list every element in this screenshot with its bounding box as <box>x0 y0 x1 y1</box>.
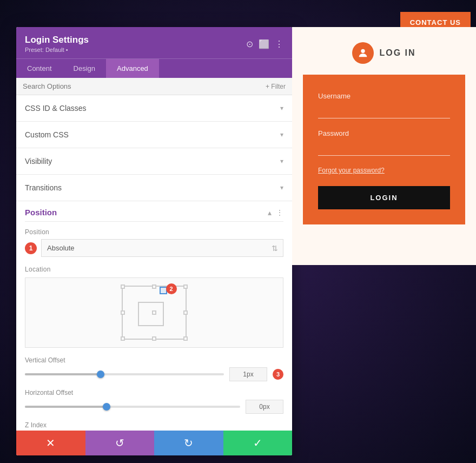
svg-point-0 <box>361 49 365 53</box>
search-bar: + Filter <box>16 78 292 95</box>
badge-3: 3 <box>273 369 283 380</box>
horizontal-offset-row: Horizontal Offset 0px <box>25 389 283 414</box>
badge-1: 1 <box>25 242 37 254</box>
password-label: Password <box>318 129 450 137</box>
login-button[interactable]: LOGIN <box>318 186 450 209</box>
panel-header: Login Settings Preset: Default • ⊙ ⬜ ⋮ <box>16 27 292 58</box>
panel-title: Login Settings <box>25 35 89 45</box>
expand-icon[interactable]: ⬜ <box>259 39 269 49</box>
accordion-visibility-label: Visibility <box>25 157 52 166</box>
slider-thumb <box>97 371 104 378</box>
username-input[interactable] <box>318 103 450 118</box>
grid-dot-bl <box>121 336 125 341</box>
confirm-button[interactable]: ✓ <box>223 431 293 455</box>
section-header-icons: ▴ ⋮ <box>268 208 283 217</box>
grid-dot-ml <box>121 310 125 315</box>
password-field: Password <box>318 129 450 156</box>
horizontal-offset-label: Horizontal Offset <box>25 389 283 396</box>
accordion-visibility: Visibility ▾ <box>16 148 292 175</box>
panel-preset: Preset: Default • <box>25 47 89 53</box>
grid-dot-mr <box>183 310 188 315</box>
position-select-wrap: 1 Absolute Default Relative Fixed ⇅ <box>25 239 283 257</box>
grid-dot-tr <box>183 285 188 289</box>
accordion-css-id-label: CSS ID & Classes <box>25 104 87 113</box>
chevron-down-icon: ▾ <box>280 131 283 138</box>
forgot-password-link[interactable]: Forgot your password? <box>318 167 450 174</box>
reset-button[interactable]: ↺ <box>85 431 155 455</box>
vertical-offset-row: Vertical Offset 1px 3 <box>25 356 283 381</box>
accordion-custom-css-header[interactable]: Custom CSS ▾ <box>16 122 292 148</box>
grid-dot-bm <box>152 336 156 341</box>
accordion-transitions-label: Transitions <box>25 183 62 192</box>
username-label: Username <box>318 92 450 100</box>
accordion-css-id: CSS ID & Classes ▾ <box>16 95 292 122</box>
grid-inner <box>138 302 164 326</box>
accordion-transitions: Transitions ▾ <box>16 175 292 201</box>
accordion-transitions-header[interactable]: Transitions ▾ <box>16 175 292 201</box>
tab-advanced[interactable]: Advanced <box>106 59 159 78</box>
panel-header-icons: ⊙ ⬜ ⋮ <box>246 39 283 49</box>
badge-2: 2 <box>166 283 177 294</box>
grid-dot-tl <box>121 285 125 289</box>
panel-title-area: Login Settings Preset: Default • <box>25 35 89 53</box>
horizontal-offset-controls: 0px <box>25 400 283 414</box>
accordion-css-id-header[interactable]: CSS ID & Classes ▾ <box>16 95 292 121</box>
settings-icon[interactable]: ⊙ <box>246 39 253 49</box>
password-input[interactable] <box>318 141 450 156</box>
redo-button[interactable]: ↻ <box>154 431 223 455</box>
position-field-label: Position <box>25 228 283 236</box>
accordion-visibility-header[interactable]: Visibility ▾ <box>16 148 292 174</box>
section-more-icon[interactable]: ⋮ <box>276 208 283 217</box>
accordion-custom-css: Custom CSS ▾ <box>16 122 292 148</box>
tab-content[interactable]: Content <box>16 59 63 78</box>
location-grid[interactable]: 2 <box>25 277 283 348</box>
slider-track <box>25 373 101 375</box>
position-section: Position ▴ ⋮ Position 1 Absolute Default… <box>16 201 292 431</box>
chevron-up-icon[interactable]: ▴ <box>268 208 272 217</box>
accordion-custom-css-label: Custom CSS <box>25 130 69 139</box>
cancel-button[interactable]: ✕ <box>16 431 85 455</box>
vertical-offset-controls: 1px 3 <box>25 367 283 381</box>
filter-button[interactable]: + Filter <box>266 83 286 90</box>
position-select[interactable]: Absolute Default Relative Fixed <box>41 239 283 257</box>
panel-body: CSS ID & Classes ▾ Custom CSS ▾ Visibili… <box>16 95 292 431</box>
horizontal-offset-slider-wrap <box>25 406 240 408</box>
vertical-offset-input[interactable]: 1px <box>229 367 267 381</box>
horizontal-slider-track <box>25 406 107 408</box>
more-icon[interactable]: ⋮ <box>275 39 283 49</box>
chevron-down-icon: ▾ <box>280 157 283 165</box>
chevron-down-icon: ▾ <box>280 104 283 112</box>
position-section-header: Position ▴ ⋮ <box>25 201 283 222</box>
login-preview-title: LOG IN <box>379 48 415 58</box>
vertical-offset-label: Vertical Offset <box>25 356 283 364</box>
horizontal-slider-thumb <box>103 403 110 411</box>
location-field-label: Location <box>25 266 283 273</box>
login-card: Username Password Forgot your password? … <box>303 75 465 224</box>
preview-area: LOG IN Username Password Forgot your pas… <box>292 27 476 265</box>
panel-tabs: Content Design Advanced <box>16 58 292 78</box>
grid-dot-tm <box>152 285 156 289</box>
username-field: Username <box>318 92 450 118</box>
search-input[interactable] <box>23 82 266 90</box>
location-diagram <box>122 286 187 340</box>
user-avatar-icon <box>352 42 374 64</box>
tab-design[interactable]: Design <box>63 59 106 78</box>
vertical-offset-slider-wrap <box>25 373 224 375</box>
horizontal-offset-input[interactable]: 0px <box>246 400 283 414</box>
z-index-row: Z Index <box>25 421 283 429</box>
login-header: LOG IN <box>352 27 415 75</box>
panel-toolbar: ✕ ↺ ↻ ✓ <box>16 431 292 455</box>
grid-dot-br <box>183 336 188 341</box>
position-section-title: Position <box>25 208 57 217</box>
z-index-label: Z Index <box>25 421 283 429</box>
chevron-down-icon: ▾ <box>280 184 283 191</box>
settings-panel: Login Settings Preset: Default • ⊙ ⬜ ⋮ C… <box>16 27 292 455</box>
